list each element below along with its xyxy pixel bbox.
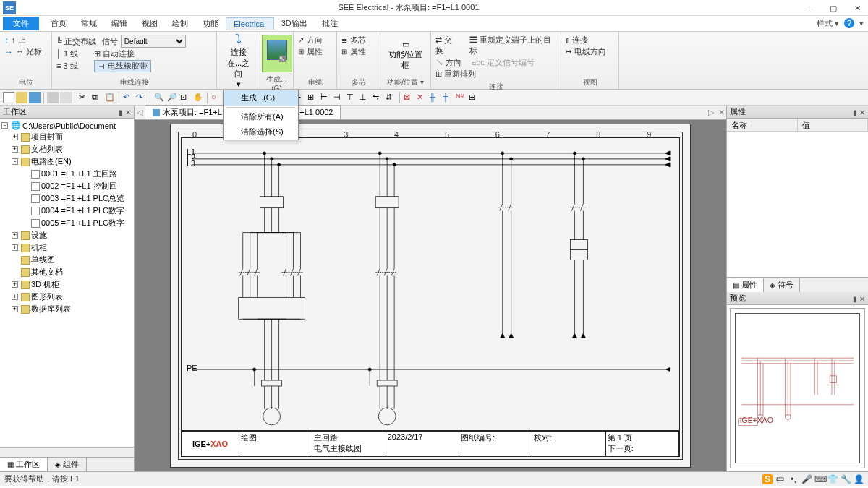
tab-annotate[interactable]: 批注 [315, 17, 345, 30]
qa-preview-icon[interactable] [60, 92, 72, 103]
btn-up[interactable]: ↕↑ 上 [4, 35, 47, 46]
tree-item[interactable]: + 项目封面 [1, 131, 132, 143]
qa-redo-icon[interactable]: ↷ [135, 92, 147, 103]
panel-close-icon[interactable]: ✕ [859, 108, 865, 116]
ime-indicator[interactable]: 中 [775, 474, 786, 484]
tab-view[interactable]: 视图 [135, 17, 165, 30]
tree-item[interactable]: - 电路图(EN) [1, 155, 132, 168]
tree-item[interactable]: + 数据库列表 [1, 303, 132, 315]
tree-item[interactable]: + 图形列表 [1, 291, 132, 303]
btn-view-connect[interactable]: ⫿ 连接 [566, 35, 614, 46]
maximize-button[interactable]: ▢ [822, 0, 844, 16]
qa-zoomfit-icon[interactable]: ⊡ [179, 92, 191, 103]
qa-print-icon[interactable] [47, 92, 59, 103]
tree-root[interactable]: C:\Users\Public\Document [22, 121, 116, 130]
tabnav-close[interactable]: ✕ [716, 108, 726, 117]
file-menu[interactable]: 文件 [3, 17, 39, 30]
qa-copy-icon[interactable]: ⧉ [91, 92, 103, 103]
doctab-1[interactable]: 水泵项目: =F1+L [145, 105, 230, 120]
btn-rearrange[interactable]: ⊞ 重新排列 [435, 69, 476, 80]
project-tree[interactable]: -🌐 C:\Users\Public\Document + 项目封面+ 文档列表… [0, 119, 134, 447]
panel-close-icon[interactable]: ✕ [125, 108, 131, 116]
tree-item[interactable]: 0005 =F1 +L1 PLC数字 [1, 217, 132, 229]
qa-join-icon[interactable]: ╪ [442, 92, 454, 103]
qa-align-t-icon[interactable]: ⊤ [346, 92, 357, 103]
btn-autoconnect[interactable]: ⊞ 自动连接 [94, 48, 135, 59]
btn-function-location[interactable]: ▭功能/位置框 [385, 40, 426, 71]
preview-thumbnail[interactable]: IGE+XAO [730, 308, 865, 468]
qa-break-icon[interactable]: ╫ [429, 92, 441, 103]
btn-1wire[interactable]: │ 1 线 [56, 48, 78, 59]
btn-3wire[interactable]: ≡ 3 线 [56, 61, 78, 72]
tab-symbols[interactable]: ◈ 符号 [764, 278, 800, 292]
btn-cursor[interactable]: ↔↔ 光标 [4, 46, 47, 57]
btn-wire-direction[interactable]: ↦ 电线方向 [566, 46, 614, 57]
qa-flip-h-icon[interactable]: ⇋ [372, 92, 383, 103]
tree-item[interactable]: 单线图 [1, 254, 132, 266]
qa-group-icon[interactable]: ⊠ [403, 92, 414, 103]
btn-ortho[interactable]: ╚ 正交布线 [56, 36, 96, 47]
btn-define-signal-id[interactable]: abc 定义信号编号 [472, 57, 535, 68]
tab-general[interactable]: 常规 [74, 17, 104, 30]
qa-circle-icon[interactable]: ○ [210, 92, 222, 103]
dd-clear-selection[interactable]: 清除选择(S) [224, 124, 298, 140]
panel-pin-icon[interactable]: ▮ [853, 108, 857, 116]
ime-user-icon[interactable]: 👤 [854, 474, 864, 484]
close-button[interactable]: ✕ [846, 0, 868, 16]
btn-redefine-terminal[interactable]: ☰ 重新定义端子上的目标 [469, 35, 556, 56]
ime-skin-icon[interactable]: 👕 [827, 474, 838, 484]
ime-brand-icon[interactable]: S [762, 474, 773, 484]
qa-open-icon[interactable] [16, 92, 27, 103]
panel-close-icon[interactable]: ✕ [859, 295, 865, 303]
tabnav-right[interactable]: ▷ [706, 108, 716, 117]
qa-flip-v-icon[interactable]: ⇵ [385, 92, 396, 103]
tab-components[interactable]: ◈ 组件 [48, 458, 87, 471]
qa-align-b-icon[interactable]: ⊥ [359, 92, 370, 103]
tree-item[interactable]: + 机柜 [1, 241, 132, 254]
ime-keyboard-icon[interactable]: ⌨ [814, 474, 825, 484]
dd-clear-all[interactable]: 清除所有(A) [224, 109, 298, 124]
btn-swap[interactable]: ⇄ 交换 [435, 35, 459, 56]
tree-item[interactable]: + 设施 [1, 229, 132, 241]
tree-item[interactable]: 0001 =F1 +L1 主回路 [1, 168, 132, 180]
dd-generate[interactable]: 生成...(G) [224, 90, 298, 106]
tab-properties[interactable]: ▤ 属性 [727, 278, 764, 292]
btn-generate[interactable]: ↖ [262, 35, 292, 72]
qa-align-l-icon[interactable]: ⊢ [320, 92, 331, 103]
qa-new-icon[interactable] [3, 92, 14, 103]
property-grid[interactable]: 名称值 [727, 119, 868, 278]
qa-num-icon[interactable]: N# [455, 92, 467, 103]
qa-paste-icon[interactable]: 📋 [104, 92, 116, 103]
qa-cut-icon[interactable]: ✂ [78, 92, 90, 103]
tabnav-left[interactable]: ◁ [135, 108, 145, 117]
tree-item[interactable]: 0003 =F1 +L1 PLC总览 [1, 192, 132, 205]
btn-cable-prop[interactable]: ⊞ 属性 [298, 46, 332, 57]
btn-rubberband[interactable]: ⫤ 电线橡胶带 [94, 60, 151, 72]
ime-mic-icon[interactable]: 🎤 [801, 474, 812, 484]
btn-connect-between[interactable]: ⤵ 连接在...之间 ▾ [224, 41, 254, 79]
drawing-canvas[interactable]: 0123456789 L1L2L3 PE [135, 120, 726, 471]
qa-more-icon[interactable]: ⊞ [468, 92, 480, 103]
tab-electrical[interactable]: Electrical [226, 17, 274, 30]
tree-item[interactable]: 其他文档 [1, 266, 132, 278]
tree-item[interactable]: + 3D 机柜 [1, 278, 132, 291]
qa-zoomin-icon[interactable]: 🔍 [153, 92, 165, 103]
qa-ungroup-icon[interactable]: ✕ [416, 92, 427, 103]
tab-workspace[interactable]: ▦ 工作区 [0, 458, 48, 471]
btn-multicore[interactable]: ≣ 多芯 [341, 35, 375, 46]
tab-home[interactable]: 首页 [43, 17, 74, 30]
help-button[interactable]: ? [844, 18, 854, 28]
btn-conn-dir[interactable]: ↘ 方向 [435, 57, 461, 68]
panel-pin-icon[interactable]: ▮ [119, 108, 123, 116]
qa-grid-icon[interactable]: ⊞ [307, 92, 318, 103]
tab-function[interactable]: 功能 [195, 17, 226, 30]
tree-item[interactable]: 0002 =F1 +L1 控制回 [1, 180, 132, 192]
btn-cable-dir[interactable]: ↗ 方向 [298, 35, 332, 46]
tree-item[interactable]: 0004 =F1 +L1 PLC数字 [1, 205, 132, 217]
qa-pan-icon[interactable]: ✋ [192, 92, 204, 103]
tab-draw[interactable]: 绘制 [165, 17, 195, 30]
qa-align-r-icon[interactable]: ⊣ [333, 92, 344, 103]
tab-edit[interactable]: 编辑 [104, 17, 135, 30]
tab-3doutput[interactable]: 3D输出 [274, 17, 315, 30]
minimize-button[interactable]: — [799, 0, 820, 16]
